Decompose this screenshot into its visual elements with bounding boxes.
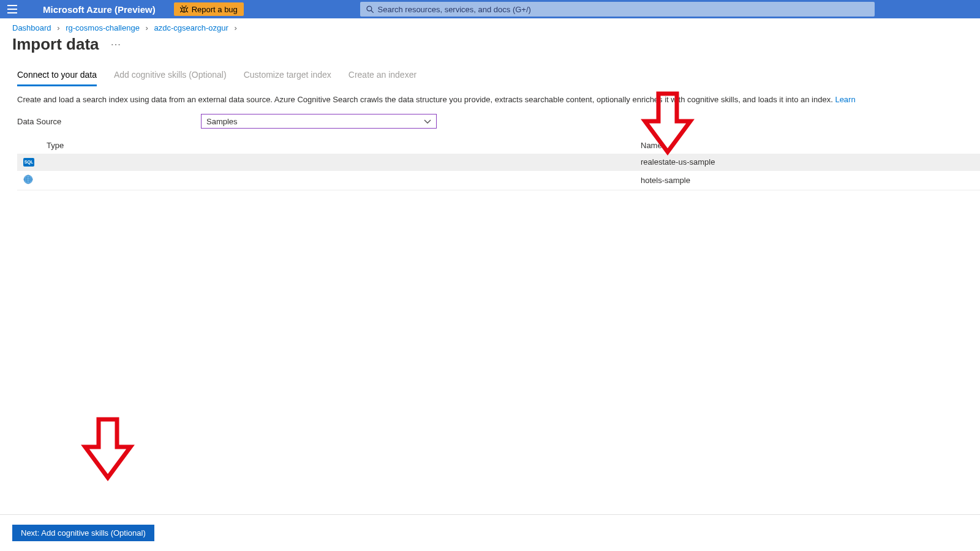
- sql-icon: SQL: [23, 158, 34, 167]
- table-row[interactable]: SQL realestate-us-sample: [17, 154, 980, 171]
- next-button[interactable]: Next: Add cognitive skills (Optional): [12, 525, 154, 541]
- svg-point-11: [367, 6, 372, 11]
- breadcrumb-item[interactable]: Dashboard: [12, 23, 51, 32]
- chevron-right-icon: ›: [142, 23, 152, 32]
- table-row[interactable]: hotels-sample: [17, 171, 980, 190]
- tab-cognitive-skills[interactable]: Add cognitive skills (Optional): [114, 65, 227, 86]
- breadcrumb-item[interactable]: azdc-cgsearch-ozgur: [154, 23, 228, 32]
- footer: Next: Add cognitive skills (Optional): [0, 514, 980, 551]
- tab-customize-index[interactable]: Customize target index: [244, 65, 331, 86]
- search-box[interactable]: [360, 2, 875, 17]
- brand-label: Microsoft Azure (Preview): [24, 4, 174, 15]
- svg-line-12: [371, 10, 374, 12]
- more-button[interactable]: ···: [111, 40, 122, 49]
- chevron-down-icon: [424, 117, 431, 126]
- datasource-value: Samples: [206, 117, 238, 126]
- svg-line-5: [180, 7, 181, 9]
- datasource-select[interactable]: Samples: [201, 114, 437, 129]
- col-name: Name: [635, 137, 980, 154]
- description: Create and load a search index using dat…: [0, 86, 980, 114]
- topbar: Microsoft Azure (Preview) Report a bug: [0, 0, 980, 18]
- tabs: Connect to your data Add cognitive skill…: [0, 65, 980, 86]
- row-name: realestate-us-sample: [635, 154, 980, 171]
- report-bug-button[interactable]: Report a bug: [174, 2, 244, 16]
- title-row: Import data ···: [0, 35, 980, 65]
- datasource-label: Data Source: [17, 117, 201, 126]
- globe-icon: [23, 174, 33, 184]
- page-title: Import data: [12, 35, 99, 54]
- table-header: Type Name: [17, 137, 980, 154]
- svg-line-9: [182, 6, 183, 7]
- svg-line-6: [187, 7, 188, 9]
- col-type: Type: [40, 137, 635, 154]
- tab-connect-data[interactable]: Connect to your data: [17, 65, 97, 86]
- search-input[interactable]: [378, 5, 869, 14]
- menu-button[interactable]: [0, 5, 24, 13]
- breadcrumb-item[interactable]: rg-cosmos-challenge: [66, 23, 140, 32]
- annotation-arrow-icon: [80, 416, 135, 484]
- svg-line-10: [186, 6, 186, 7]
- row-name: hotels-sample: [635, 171, 980, 190]
- description-text: Create and load a search index using dat…: [17, 95, 835, 104]
- search-wrap: [360, 2, 875, 17]
- datasource-row: Data Source Samples: [0, 114, 980, 137]
- tab-create-indexer[interactable]: Create an indexer: [349, 65, 417, 86]
- learn-more-link[interactable]: Learn: [835, 95, 855, 104]
- svg-line-7: [180, 11, 182, 12]
- chevron-right-icon: ›: [230, 23, 240, 32]
- chevron-right-icon: ›: [53, 23, 63, 32]
- samples-table: Type Name SQL realestate-us-sample hotel…: [17, 137, 980, 190]
- breadcrumb: Dashboard › rg-cosmos-challenge › azdc-c…: [0, 18, 980, 35]
- search-icon: [366, 6, 374, 13]
- bug-icon: [180, 6, 188, 13]
- svg-line-8: [186, 11, 188, 12]
- hamburger-icon: [7, 5, 17, 13]
- report-bug-label: Report a bug: [192, 5, 238, 14]
